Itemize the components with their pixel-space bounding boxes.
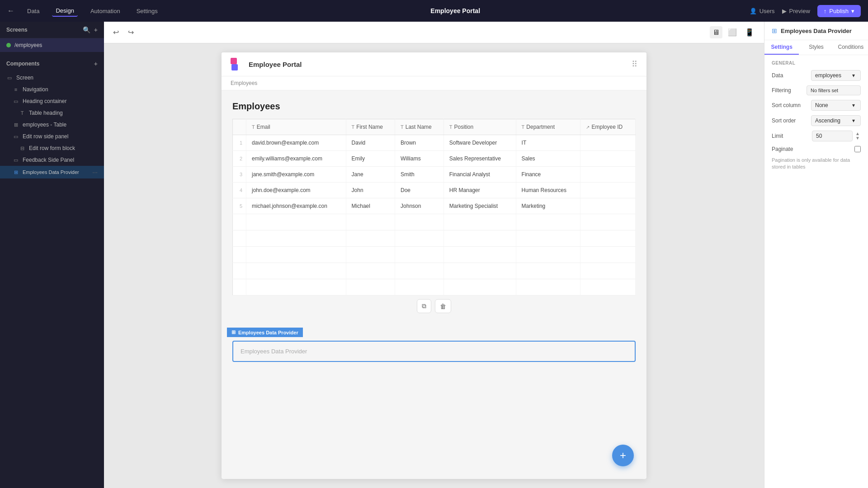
cell-department: Finance xyxy=(516,167,580,183)
table-row-empty xyxy=(233,247,636,263)
limit-decrement-button[interactable]: ▼ xyxy=(854,136,861,141)
canvas-scroll[interactable]: Employee Portal ⠿ Employees Employees TE… xyxy=(104,43,764,488)
cell-email: michael.johnson@example.con xyxy=(246,198,346,214)
mobile-view-button[interactable]: 📱 xyxy=(742,26,757,38)
component-screen[interactable]: ▭ Screen xyxy=(0,72,104,84)
tablet-view-button[interactable]: ⬜ xyxy=(725,26,740,38)
canvas-frame: Employee Portal ⠿ Employees Employees TE… xyxy=(222,52,646,479)
tab-styles[interactable]: Styles xyxy=(799,40,833,55)
component-table-heading[interactable]: T Table heading xyxy=(0,107,104,119)
add-screen-button[interactable]: + xyxy=(94,26,98,33)
table-actions: ⧉ 🗑 xyxy=(232,296,636,317)
cell-lastname: Brown xyxy=(395,135,444,151)
data-provider-bar-wrapper: ⊞ Employees Data Provider xyxy=(227,328,303,337)
department-col-icon: T xyxy=(522,124,525,130)
publish-button[interactable]: ↑ Publish ▾ xyxy=(817,5,861,17)
limit-input[interactable]: 50 xyxy=(812,131,853,141)
component-employees-data-provider[interactable]: ⊞ Employees Data Provider ··· xyxy=(0,166,104,178)
tab-automation[interactable]: Automation xyxy=(87,6,124,16)
tab-settings[interactable]: Settings xyxy=(133,6,161,16)
topbar-right: 👤 Users ▶ Preview ↑ Publish ▾ xyxy=(750,5,861,17)
paginate-checkbox[interactable] xyxy=(854,146,861,152)
back-button[interactable]: ← xyxy=(7,7,14,15)
delete-table-button[interactable]: 🗑 xyxy=(435,299,451,313)
cell-department: IT xyxy=(516,135,580,151)
table-row[interactable]: 1 david.brown@example.com David Brown So… xyxy=(233,135,636,151)
users-button[interactable]: 👤 Users xyxy=(750,8,775,14)
logo-square-1 xyxy=(231,58,237,64)
tab-data[interactable]: Data xyxy=(24,6,43,16)
filtering-select[interactable]: No filters set xyxy=(807,85,861,95)
search-screens-button[interactable]: 🔍 xyxy=(83,26,90,33)
sort-column-label: Sort column xyxy=(772,102,801,108)
component-employees-table[interactable]: ⊞ employees - Table xyxy=(0,119,104,131)
app-header-more-icon[interactable]: ⠿ xyxy=(632,59,637,69)
navigation-component-icon: ≡ xyxy=(13,87,19,92)
data-select-chevron: ▾ xyxy=(852,72,855,79)
preview-icon: ▶ xyxy=(782,8,787,14)
app-logo xyxy=(231,58,243,70)
filtering-setting-label: Filtering xyxy=(772,87,791,94)
limit-stepper: ▲ ▼ xyxy=(854,131,861,141)
feedback-panel-icon: ▭ xyxy=(13,157,19,163)
data-setting-row: Data employees ▾ xyxy=(772,70,861,81)
table-wrapper[interactable]: TEmail TFirst Name TLast Name TPosition … xyxy=(232,119,636,296)
preview-button[interactable]: ▶ Preview xyxy=(782,8,810,14)
undo-button[interactable]: ↩ xyxy=(111,26,121,38)
component-heading-container[interactable]: ▭ Heading container xyxy=(0,95,104,107)
right-panel-tabs: Settings Styles Conditions xyxy=(764,40,868,55)
paginate-note: Pagination is only available for data st… xyxy=(772,157,861,171)
logo-square-2 xyxy=(231,64,238,70)
cell-employeeid xyxy=(580,167,636,183)
component-edit-row-panel[interactable]: ▭ Edit row side panel xyxy=(0,131,104,142)
data-select[interactable]: employees ▾ xyxy=(811,70,861,81)
copy-table-button[interactable]: ⧉ xyxy=(417,299,431,313)
left-panel: Screens 🔍 + /employees Components + ▭ Sc… xyxy=(0,22,104,488)
screen-item-employees[interactable]: /employees xyxy=(0,38,104,52)
table-row[interactable]: 2 emily.williams@example.com Emily Willi… xyxy=(233,151,636,167)
edit-row-panel-icon: ▭ xyxy=(13,134,19,140)
tab-design[interactable]: Design xyxy=(52,5,77,17)
cell-firstname: Michael xyxy=(346,198,395,214)
fab-icon: + xyxy=(620,449,626,462)
component-navigation[interactable]: ≡ Navigation xyxy=(0,84,104,95)
component-edit-row-form[interactable]: ⊟ Edit row form block xyxy=(0,142,104,154)
cell-lastname: Williams xyxy=(395,151,444,167)
table-header-lastname: TLast Name xyxy=(395,119,444,135)
cell-employeeid xyxy=(580,135,636,151)
sort-order-chevron: ▾ xyxy=(852,117,855,124)
sort-order-select[interactable]: Ascending ▾ xyxy=(811,115,861,126)
heading-container-icon: ▭ xyxy=(13,99,19,104)
right-panel-header: ⊞ Employees Data Provider xyxy=(764,22,868,40)
components-list: ▭ Screen ≡ Navigation ▭ Heading containe… xyxy=(0,72,104,178)
components-section-header: Components + xyxy=(0,56,104,72)
tab-conditions[interactable]: Conditions xyxy=(834,40,868,55)
component-feedback-panel[interactable]: ▭ Feedback Side Panel xyxy=(0,154,104,166)
cell-firstname: Emily xyxy=(346,151,395,167)
table-row[interactable]: 3 jane.smith@example.com Jane Smith Fina… xyxy=(233,167,636,183)
cell-position: Financial Analyst xyxy=(443,167,516,183)
cell-employeeid xyxy=(580,183,636,198)
publish-icon: ↑ xyxy=(824,8,827,14)
sort-column-select[interactable]: None ▾ xyxy=(811,100,861,111)
sort-column-setting-row: Sort column None ▾ xyxy=(772,100,861,111)
users-icon: 👤 xyxy=(750,8,757,14)
topbar-title: Employee Portal xyxy=(172,7,739,14)
add-component-button[interactable]: + xyxy=(94,60,98,67)
canvas-toolbar: ↩ ↪ 🖥 ⬜ 📱 xyxy=(104,22,764,43)
fab-add-button[interactable]: + xyxy=(612,445,634,466)
table-row[interactable]: 4 john.doe@example.com John Doe HR Manag… xyxy=(233,183,636,198)
redo-button[interactable]: ↪ xyxy=(126,26,136,38)
component-more-icon[interactable]: ··· xyxy=(92,169,98,176)
sort-order-setting-row: Sort order Ascending ▾ xyxy=(772,115,861,126)
lastname-col-icon: T xyxy=(401,124,404,130)
tab-settings[interactable]: Settings xyxy=(764,40,799,55)
table-row[interactable]: 5 michael.johnson@example.con Michael Jo… xyxy=(233,198,636,214)
edit-row-form-icon: ⊟ xyxy=(19,145,25,151)
row-number: 5 xyxy=(233,198,246,214)
cell-lastname: Smith xyxy=(395,167,444,183)
desktop-view-button[interactable]: 🖥 xyxy=(710,26,722,38)
cell-email: david.brown@example.com xyxy=(246,135,346,151)
data-provider-container[interactable]: Employees Data Provider xyxy=(232,341,636,362)
screen-component-icon: ▭ xyxy=(6,75,13,81)
